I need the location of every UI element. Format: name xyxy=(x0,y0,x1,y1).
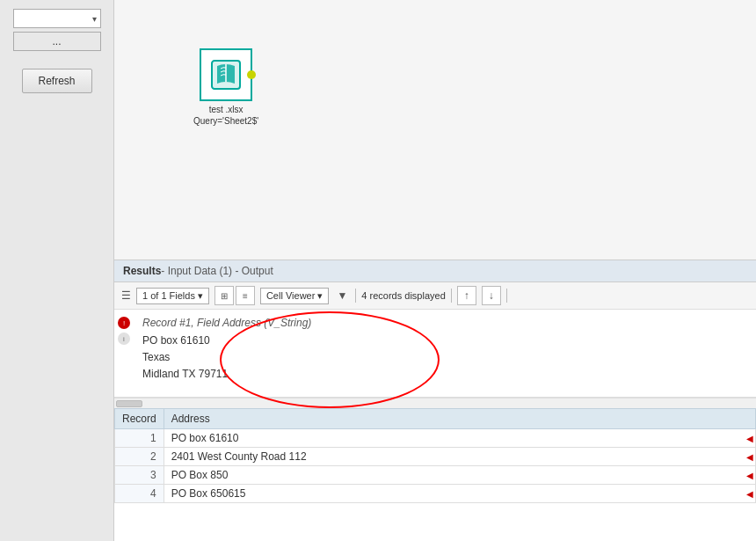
cell-record-num: 4 xyxy=(115,485,164,503)
cell-record-num: 2 xyxy=(115,448,164,466)
dropdown-arrow-icon: ▾ xyxy=(92,14,97,24)
fields-arrow-icon: ▾ xyxy=(198,290,203,302)
separator xyxy=(355,289,356,303)
row-arrow-icon: ◀ xyxy=(746,452,753,462)
grid-view-icon[interactable]: ⊞ xyxy=(214,286,234,305)
cell-value: PO box 61610 Texas Midland TX 79711 xyxy=(142,333,745,384)
cell-address: PO box 61610◀ xyxy=(164,429,755,448)
separator3 xyxy=(506,289,507,303)
cell-address: PO Box 850◀ xyxy=(164,466,755,485)
fields-label: 1 of 1 Fields xyxy=(142,290,195,301)
cell-address: 2401 West County Road 112◀ xyxy=(164,448,755,466)
cell-record-num: 3 xyxy=(115,466,164,485)
col-header-record: Record xyxy=(115,409,164,429)
node-connector xyxy=(247,70,256,79)
sidebar: ▾ ... Refresh xyxy=(0,0,114,541)
cell-viewer-content: Record #1, Field Address (V_String) PO b… xyxy=(142,317,745,384)
results-panel: Results - Input Data (1) - Output ☰ 1 of… xyxy=(114,260,756,541)
data-table-wrapper[interactable]: Record Address 1PO box 61610◀22401 West … xyxy=(114,408,756,541)
table-row[interactable]: 4PO Box 650615◀ xyxy=(115,485,756,503)
results-sub: - Input Data (1) - Output xyxy=(161,265,273,277)
scroll-up-button[interactable]: ↑ xyxy=(457,286,476,305)
cell-viewer-dropdown[interactable]: Cell Viewer ▾ xyxy=(260,288,329,304)
scroll-down-button[interactable]: ↓ xyxy=(482,286,501,305)
separator2 xyxy=(451,289,452,303)
results-title: Results xyxy=(123,265,161,277)
table-row[interactable]: 1PO box 61610◀ xyxy=(115,429,756,448)
address-line2: Texas xyxy=(142,349,745,366)
main-content: test .xlsx Query='Sheet2$' Results - Inp… xyxy=(114,0,756,541)
address-line1: PO box 61610 xyxy=(142,333,745,349)
filter-icon[interactable]: ▼ xyxy=(334,288,350,303)
row-arrow-icon: ◀ xyxy=(746,471,753,480)
error-icon[interactable]: ! xyxy=(118,317,130,329)
col-header-address: Address xyxy=(164,409,755,429)
table-row[interactable]: 3PO Box 850◀ xyxy=(115,466,756,485)
scroll-thumb[interactable] xyxy=(116,400,142,407)
node-container[interactable]: test .xlsx Query='Sheet2$' xyxy=(193,48,258,127)
cell-viewer-arrow-icon: ▾ xyxy=(317,290,323,302)
results-header: Results - Input Data (1) - Output xyxy=(114,260,756,282)
info-icon[interactable]: i xyxy=(118,333,130,345)
data-table: Record Address 1PO box 61610◀22401 West … xyxy=(114,408,756,503)
node-box[interactable] xyxy=(200,48,252,101)
sidebar-dropdown[interactable]: ▾ xyxy=(13,9,101,28)
address-line3: Midland TX 79711 xyxy=(142,366,745,383)
cell-address: PO Box 650615◀ xyxy=(164,485,755,503)
horizontal-scrollbar[interactable] xyxy=(114,398,756,408)
table-header-row: Record Address xyxy=(115,409,756,429)
view-icons: ⊞ ≡ xyxy=(214,286,255,305)
cell-record-num: 1 xyxy=(115,429,164,448)
row-arrow-icon: ◀ xyxy=(746,489,753,499)
canvas-area: test .xlsx Query='Sheet2$' xyxy=(114,0,756,260)
fields-dropdown[interactable]: 1 of 1 Fields ▾ xyxy=(136,288,209,304)
row-arrow-icon: ◀ xyxy=(746,434,753,443)
cell-viewer-section: ! i Record #1, Field Address (V_String) … xyxy=(114,310,756,398)
results-toolbar: ☰ 1 of 1 Fields ▾ ⊞ ≡ Cell Viewer ▾ ▼ 4 … xyxy=(114,282,756,310)
book-icon xyxy=(208,57,244,92)
records-count: 4 records displayed xyxy=(361,290,445,301)
cell-viewer-label: Cell Viewer xyxy=(266,290,315,301)
table-row[interactable]: 22401 West County Road 112◀ xyxy=(115,448,756,466)
table-view-icon[interactable]: ≡ xyxy=(236,286,255,305)
browse-button[interactable]: ... xyxy=(13,32,101,51)
record-label: Record #1, Field Address (V_String) xyxy=(142,317,745,329)
menu-lines-icon[interactable]: ☰ xyxy=(121,289,131,302)
refresh-button[interactable]: Refresh xyxy=(22,69,92,93)
node-label: test .xlsx Query='Sheet2$' xyxy=(193,104,258,127)
